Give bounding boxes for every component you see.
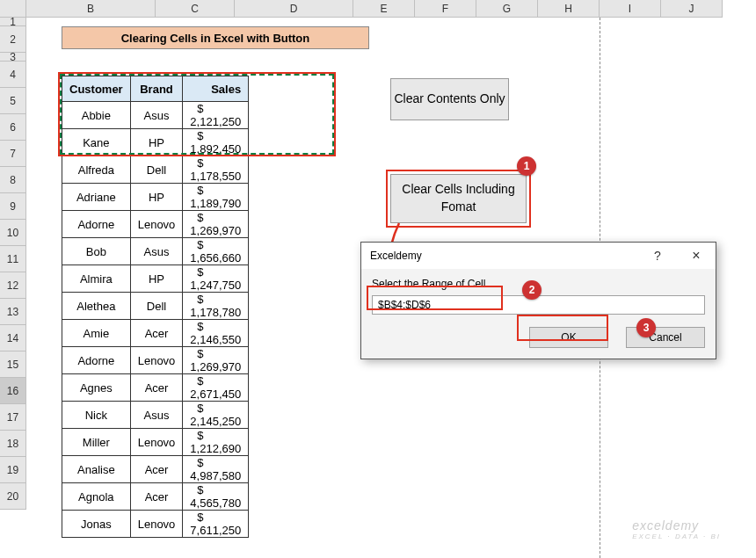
col-header-H[interactable]: H [538,0,600,18]
row-header-3[interactable]: 3 [0,53,26,62]
cell-customer[interactable]: Jonas [62,511,131,538]
cell-brand[interactable]: Acer [130,456,183,483]
cell-sales[interactable]: $1,656,660 [183,238,249,265]
table-row[interactable]: AlfredaDell$1,178,550 [62,156,249,184]
cell-customer[interactable]: Amie [62,320,131,347]
cell-customer[interactable]: Nick [62,402,131,429]
cell-brand[interactable]: Acer [130,483,183,511]
cell-customer[interactable]: Abbie [62,102,131,129]
cell-brand[interactable]: Asus [130,102,183,129]
cell-sales[interactable]: $4,565,780 [183,483,249,511]
table-row[interactable]: KaneHP$1,892,450 [62,129,249,156]
row-header-4[interactable]: 4 [0,62,26,88]
cell-customer[interactable]: Adorne [62,211,131,238]
row-header-18[interactable]: 18 [0,431,26,457]
cell-customer[interactable]: Bob [62,238,131,265]
range-input[interactable] [372,295,705,315]
cell-brand[interactable]: Lenovo [130,429,183,456]
cell-customer[interactable]: Agnes [62,374,131,402]
cell-sales[interactable]: $2,121,250 [183,102,249,129]
cell-brand[interactable]: Asus [130,238,183,265]
col-header-F[interactable]: F [415,0,476,18]
table-row[interactable]: AgnolaAcer$4,565,780 [62,483,249,511]
table-row[interactable]: MillerLenovo$1,212,690 [62,429,249,456]
cell-sales[interactable]: $7,611,250 [183,511,249,538]
ok-button[interactable]: OK [529,327,608,348]
col-header-C[interactable]: C [156,0,235,18]
row-header-15[interactable]: 15 [0,351,26,378]
table-row[interactable]: AnaliseAcer$4,987,580 [62,456,249,483]
table-row[interactable]: AmieAcer$2,146,550 [62,320,249,347]
cell-brand[interactable]: Lenovo [130,347,183,374]
cell-customer[interactable]: Analise [62,456,131,483]
row-header-12[interactable]: 12 [0,272,26,299]
table-row[interactable]: AgnesAcer$2,671,450 [62,374,249,402]
cell-brand[interactable]: Acer [130,320,183,347]
table-row[interactable]: NickAsus$2,145,250 [62,402,249,429]
table-row[interactable]: AbbieAsus$2,121,250 [62,102,249,129]
cell-customer[interactable]: Alethea [62,293,131,320]
cell-brand[interactable]: Lenovo [130,511,183,538]
cell-sales[interactable]: $1,269,970 [183,347,249,374]
cell-brand[interactable]: Dell [130,293,183,320]
cell-customer[interactable]: Alfreda [62,156,131,184]
dialog-titlebar[interactable]: Exceldemy ? × [361,243,716,269]
row-header-13[interactable]: 13 [0,299,26,325]
cell-customer[interactable]: Miller [62,429,131,456]
cell-brand[interactable]: Asus [130,402,183,429]
cell-customer[interactable]: Adriane [62,184,131,211]
row-header-5[interactable]: 5 [0,88,26,114]
select-all-corner[interactable] [0,0,26,18]
clear-cells-format-button[interactable]: Clear Cells Including Fomat [390,174,527,223]
col-header-D[interactable]: D [235,0,353,18]
cell-brand[interactable]: Lenovo [130,211,183,238]
cell-sales[interactable]: $1,178,780 [183,293,249,320]
row-header-10[interactable]: 10 [0,220,26,246]
cell-brand[interactable]: Acer [130,374,183,402]
table-row[interactable]: AletheaDell$1,178,780 [62,293,249,320]
cell-customer[interactable]: Agnola [62,483,131,511]
dialog-help-button[interactable]: ? [640,243,675,269]
cell-brand[interactable]: HP [130,184,183,211]
table-row[interactable]: AlmiraHP$1,247,750 [62,265,249,293]
cell-brand[interactable]: HP [130,129,183,156]
cell-customer[interactable]: Adorne [62,347,131,374]
table-row[interactable]: BobAsus$1,656,660 [62,238,249,265]
cell-sales[interactable]: $1,892,450 [183,129,249,156]
col-header-I[interactable]: I [600,0,661,18]
col-header-E[interactable]: E [353,0,415,18]
row-header-7[interactable]: 7 [0,141,26,167]
row-header-20[interactable]: 20 [0,483,26,510]
header-brand[interactable]: Brand [130,76,183,102]
col-header-J[interactable]: J [661,0,723,18]
col-header-G[interactable]: G [476,0,538,18]
cell-customer[interactable]: Kane [62,129,131,156]
cell-sales[interactable]: $2,145,250 [183,402,249,429]
table-row[interactable]: AdrianeHP$1,189,790 [62,184,249,211]
cell-sales[interactable]: $1,212,690 [183,429,249,456]
cell-sales[interactable]: $4,987,580 [183,456,249,483]
cell-sales[interactable]: $1,247,750 [183,265,249,293]
row-header-8[interactable]: 8 [0,167,26,193]
cell-sales[interactable]: $1,189,790 [183,184,249,211]
header-customer[interactable]: Customer [62,76,131,102]
cell-sales[interactable]: $2,146,550 [183,320,249,347]
table-row[interactable]: AdorneLenovo$1,269,970 [62,347,249,374]
header-sales[interactable]: Sales [183,76,249,102]
row-header-17[interactable]: 17 [0,404,26,431]
cell-brand[interactable]: HP [130,265,183,293]
table-row[interactable]: JonasLenovo$7,611,250 [62,511,249,538]
data-table[interactable]: Customer Brand Sales AbbieAsus$2,121,250… [62,76,249,538]
row-header-6[interactable]: 6 [0,114,26,141]
cell-sales[interactable]: $2,671,450 [183,374,249,402]
cell-sales[interactable]: $1,269,970 [183,211,249,238]
col-header-B[interactable]: B [26,0,156,18]
row-header-9[interactable]: 9 [0,193,26,220]
row-header-16[interactable]: 16 [0,378,26,404]
clear-contents-button[interactable]: Clear Contents Only [390,78,509,120]
table-row[interactable]: AdorneLenovo$1,269,970 [62,211,249,238]
row-header-19[interactable]: 19 [0,457,26,483]
cell-sales[interactable]: $1,178,550 [183,156,249,184]
row-header-11[interactable]: 11 [0,246,26,272]
cell-customer[interactable]: Almira [62,265,131,293]
